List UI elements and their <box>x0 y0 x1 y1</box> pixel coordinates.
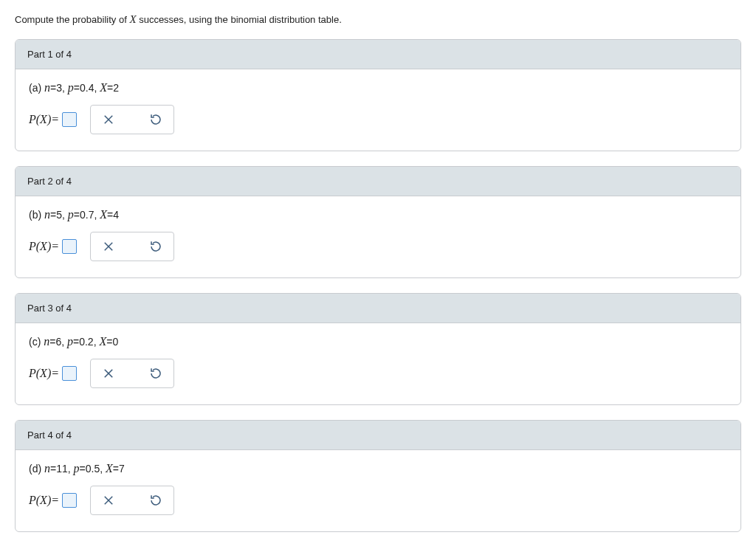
param-n: 11 <box>56 463 68 475</box>
part-params: (d) n=11, p=0.5, X=7 <box>29 462 727 475</box>
part-params: (a) n=3, p=0.4, X=2 <box>29 81 727 94</box>
part-label: (b) <box>29 209 41 221</box>
param-p: 0.7 <box>80 209 94 221</box>
part-body: (b) n=5, p=0.7, X=4 P(X)= <box>16 196 740 277</box>
part-header: Part 3 of 4 <box>16 294 740 323</box>
part-header-label: Part 1 of 4 <box>27 49 72 60</box>
instruction-variable: X <box>129 13 136 25</box>
px-expression: P(X)= <box>29 366 77 381</box>
action-box <box>90 486 174 515</box>
px-expression: P(X)= <box>29 112 77 127</box>
clear-icon[interactable] <box>98 363 119 384</box>
answer-input[interactable] <box>62 493 77 508</box>
part-body: (d) n=11, p=0.5, X=7 P(X)= <box>16 450 740 531</box>
part-card: Part 1 of 4 (a) n=3, p=0.4, X=2 P(X)= <box>15 39 741 151</box>
reset-icon[interactable] <box>145 363 166 384</box>
part-body: (a) n=3, p=0.4, X=2 P(X)= <box>16 69 740 151</box>
param-n: 6 <box>55 336 61 348</box>
instruction-text: Compute the probability of X successes, … <box>15 13 741 26</box>
part-header: Part 2 of 4 <box>16 167 740 196</box>
answer-row: P(X)= <box>29 359 727 388</box>
part-card: Part 4 of 4 (d) n=11, p=0.5, X=7 P(X)= <box>15 420 741 532</box>
param-x: 0 <box>112 336 118 348</box>
action-box <box>90 105 174 134</box>
param-p: 0.4 <box>80 82 94 94</box>
part-label: (c) <box>29 336 41 348</box>
answer-row: P(X)= <box>29 232 727 261</box>
part-label: (d) <box>29 463 41 475</box>
answer-row: P(X)= <box>29 486 727 515</box>
answer-input[interactable] <box>62 112 77 127</box>
param-p: 0.5 <box>86 463 100 475</box>
param-x: 7 <box>119 463 125 475</box>
part-params: (b) n=5, p=0.7, X=4 <box>29 208 727 221</box>
action-box <box>90 359 174 388</box>
part-header-label: Part 4 of 4 <box>27 430 72 441</box>
reset-icon[interactable] <box>145 236 166 257</box>
part-header: Part 1 of 4 <box>16 40 740 69</box>
clear-icon[interactable] <box>98 109 119 130</box>
action-box <box>90 232 174 261</box>
part-header: Part 4 of 4 <box>16 421 740 450</box>
instruction-prefix: Compute the probability of <box>15 14 129 25</box>
part-header-label: Part 2 of 4 <box>27 176 72 187</box>
param-n: 5 <box>56 209 62 221</box>
part-label: (a) <box>29 82 41 94</box>
answer-input[interactable] <box>62 239 77 254</box>
part-card: Part 3 of 4 (c) n=6, p=0.2, X=0 P(X)= <box>15 293 741 405</box>
param-p: 0.2 <box>79 336 93 348</box>
part-header-label: Part 3 of 4 <box>27 303 72 314</box>
part-body: (c) n=6, p=0.2, X=0 P(X)= <box>16 323 740 404</box>
reset-icon[interactable] <box>145 109 166 130</box>
px-expression: P(X)= <box>29 239 77 254</box>
px-expression: P(X)= <box>29 493 77 508</box>
part-params: (c) n=6, p=0.2, X=0 <box>29 335 727 348</box>
reset-icon[interactable] <box>145 490 166 511</box>
answer-input[interactable] <box>62 366 77 381</box>
part-card: Part 2 of 4 (b) n=5, p=0.7, X=4 P(X)= <box>15 166 741 278</box>
clear-icon[interactable] <box>98 490 119 511</box>
param-x: 2 <box>113 82 119 94</box>
param-x: 4 <box>113 209 119 221</box>
param-n: 3 <box>56 82 62 94</box>
answer-row: P(X)= <box>29 105 727 134</box>
instruction-suffix: successes, using the binomial distributi… <box>137 14 342 25</box>
clear-icon[interactable] <box>98 236 119 257</box>
